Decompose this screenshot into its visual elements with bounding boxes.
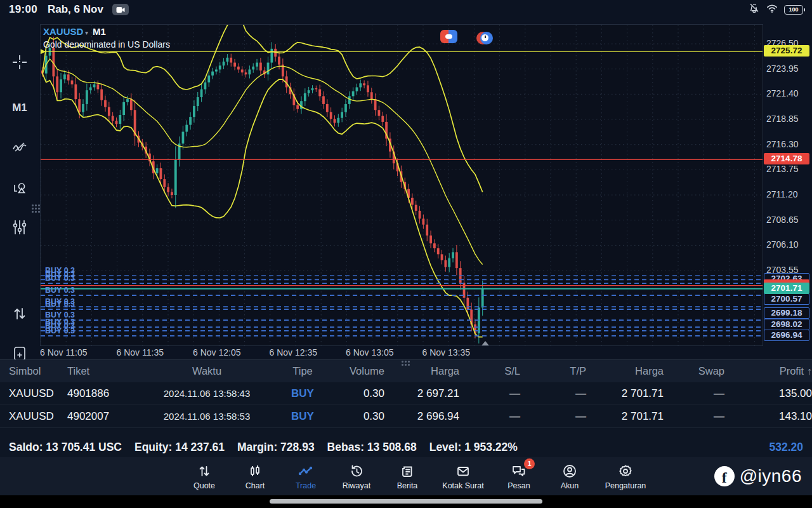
cell: — (459, 387, 520, 400)
timeframe-button[interactable]: M1 (0, 95, 39, 121)
cell: — (664, 387, 724, 400)
positions-body: XAUUSD49018862024.11.06 13:58:43BUY0.302… (0, 382, 812, 428)
facebook-icon: f (714, 466, 735, 486)
cell: 2024.11.06 13:58:43 (134, 388, 279, 399)
settings-sliders-icon[interactable] (0, 215, 39, 240)
column-header: Swap (664, 365, 724, 377)
time-axis[interactable]: 6 Nov 11:056 Nov 11:356 Nov 12:056 Nov 1… (40, 347, 763, 360)
objects-icon[interactable] (0, 175, 39, 201)
pengaturan-icon (618, 463, 633, 479)
cell: 2 696.94 (384, 410, 459, 423)
panel-drag-handle[interactable] (402, 361, 411, 367)
red-line-price-tag: 2714.78 (764, 153, 809, 164)
column-header: Simbol (9, 365, 63, 377)
symbol-selector[interactable]: XAUUSD (43, 26, 83, 37)
summary-item: Margin: 728.93 (237, 441, 315, 454)
price-axis[interactable]: 2726.502723.952721.402718.852716.302713.… (763, 24, 812, 349)
unread-badge: 1 (524, 458, 535, 469)
trade-icon (298, 463, 314, 479)
crosshair-icon[interactable] (0, 50, 39, 75)
chart-header: XAUUSD ▾ M1 Gold denominated in US Dolla… (43, 26, 170, 50)
cell: XAUUSD (9, 387, 63, 400)
positions-panel: SimbolTiketWaktuTipeVolumeHargaS/LT/PHar… (0, 359, 812, 457)
nav-pengaturan[interactable]: Pengaturan (595, 463, 656, 490)
column-header: Waktu (134, 365, 279, 377)
cell: 0.30 (326, 387, 384, 400)
yellow-line-price-tag: 2725.72 (764, 45, 809, 57)
cell: — (664, 410, 724, 423)
column-header: Harga (384, 365, 459, 377)
indicators-icon[interactable] (0, 135, 39, 160)
mute-icon (749, 3, 760, 17)
cell: 2024.11.06 13:58:53 (134, 411, 279, 422)
chart-icon (247, 463, 263, 479)
screen-record-icon[interactable] (112, 4, 129, 15)
cell: 135.00 (724, 387, 812, 400)
cell: 143.10 (724, 410, 812, 423)
cell: 2 701.71 (586, 387, 664, 400)
nav-chart[interactable]: Chart (230, 463, 280, 490)
akun-icon (562, 463, 577, 479)
cell: 0.30 (326, 410, 384, 423)
time-axis-label: 6 Nov 11:05 (40, 347, 87, 358)
bid-price-tag: 2701.71 (764, 283, 809, 294)
account-summary: Saldo: 13 705.41 USCEquity: 14 237.61Mar… (0, 437, 812, 457)
buy-position-label[interactable]: BUY 0.3 (45, 274, 75, 283)
bottom-strip (0, 495, 812, 508)
nav-trade[interactable]: Trade (280, 463, 331, 490)
nav-kotak-surat[interactable]: Kotak Surat (433, 463, 494, 490)
column-header: Tipe (279, 365, 326, 377)
pesan-icon: 1 (511, 463, 527, 479)
price-axis-label: 2721.40 (766, 88, 799, 99)
cell: BUY (279, 387, 326, 400)
timeframe-label: M1 (12, 102, 27, 114)
position-row[interactable]: XAUUSD49020072024.11.06 13:58:53BUY0.302… (0, 405, 812, 428)
time-axis-label: 6 Nov 11:35 (117, 347, 164, 358)
buy-position-label[interactable]: BUY 0.3 (45, 300, 75, 309)
recorder-switch-widget[interactable] (440, 30, 457, 43)
recorder-timer-widget[interactable] (476, 30, 493, 46)
column-header: T/P (520, 365, 586, 377)
quote-icon (197, 463, 212, 479)
buy-position-label[interactable]: BUY 0.3 (45, 286, 75, 295)
nav-pesan[interactable]: 1Pesan (494, 463, 544, 490)
time-axis-label: 6 Nov 13:35 (422, 347, 471, 358)
wifi-icon (766, 3, 778, 16)
summary-item: Saldo: 13 705.41 USC (9, 441, 122, 454)
battery-percent: 100 (789, 6, 798, 13)
nav-riwayat[interactable]: Riwayat (331, 463, 382, 490)
position-price-tag: 2698.02 (764, 319, 809, 330)
trade-arrows-icon[interactable] (0, 301, 39, 326)
chart-drag-handle[interactable] (32, 204, 41, 214)
total-profit: 532.20 (769, 441, 803, 454)
price-axis-label: 2708.65 (766, 214, 799, 225)
chevron-down-icon: ▾ (83, 29, 90, 36)
nav-berita[interactable]: Berita (382, 463, 433, 490)
price-axis-label: 2713.75 (766, 163, 799, 175)
cell: 2 701.71 (586, 410, 664, 423)
column-header[interactable]: Profit ↑ (724, 365, 812, 377)
cell: 2 697.21 (384, 387, 459, 400)
price-axis-label: 2706.10 (766, 239, 799, 250)
price-axis-label: 2716.30 (766, 138, 799, 150)
buy-position-label[interactable]: BUY 0.3 (45, 326, 75, 335)
battery-icon: 100 (784, 5, 803, 15)
column-header: S/L (459, 365, 520, 377)
cell: — (520, 387, 586, 400)
column-header: Tiket (63, 365, 134, 377)
kotak-surat-icon (455, 463, 471, 479)
chart-plot[interactable]: XAUUSD ▾ M1 Gold denominated in US Dolla… (40, 24, 763, 346)
clock: 19:00 (9, 3, 37, 16)
candlestick-chart (41, 25, 763, 346)
berita-icon (400, 463, 415, 479)
nav-akun[interactable]: Akun (544, 463, 595, 490)
watermark: f@iyn66 (714, 466, 802, 486)
riwayat-icon (349, 463, 364, 479)
home-indicator (270, 499, 542, 504)
cell: BUY (279, 410, 326, 423)
position-row[interactable]: XAUUSD49018862024.11.06 13:58:43BUY0.302… (0, 382, 812, 405)
time-axis-label: 6 Nov 12:05 (193, 347, 241, 358)
time-axis-label: 6 Nov 13:05 (346, 347, 394, 358)
position-price-tag: 2699.18 (764, 307, 809, 319)
nav-quote[interactable]: Quote (179, 463, 230, 490)
